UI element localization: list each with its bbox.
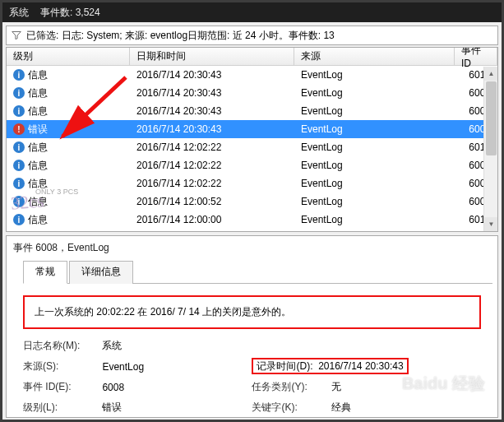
scroll-down-button[interactable]: ▼ bbox=[484, 217, 498, 231]
cell-datetime: 2016/7/14 12:02:22 bbox=[130, 178, 294, 189]
info-icon: i bbox=[13, 178, 25, 189]
cell-level: 信息 bbox=[28, 195, 48, 209]
lbl-source: 来源(S): bbox=[23, 356, 102, 377]
grid-header: 级别 日期和时间 来源 事件 ID bbox=[7, 48, 497, 66]
lbl-logname: 日志名称(M): bbox=[23, 336, 102, 356]
lbl-evtid: 事件 ID(E): bbox=[23, 377, 102, 397]
val-logname: 系统 bbox=[102, 336, 252, 356]
cell-level: 信息 bbox=[28, 141, 48, 155]
table-row[interactable]: i信息2016/7/14 20:30:43EventLog6013 bbox=[7, 66, 497, 84]
col-header-datetime[interactable]: 日期和时间 bbox=[130, 48, 294, 65]
cell-source: EventLog bbox=[294, 196, 455, 207]
val-level: 错误 bbox=[102, 397, 252, 418]
detail-header: 事件 6008，EventLog bbox=[13, 241, 492, 255]
info-icon: i bbox=[13, 87, 25, 99]
logged-highlight: 记录时间(D): 2016/7/14 20:30:43 bbox=[252, 358, 408, 374]
col-header-eventid[interactable]: 事件 ID bbox=[455, 48, 497, 65]
cell-source: EventLog bbox=[294, 123, 455, 135]
table-row[interactable]: i信息2016/7/14 11:55:38EventLog6013 bbox=[7, 229, 497, 232]
val-user: 暂缺 bbox=[102, 418, 252, 422]
cell-source: EventLog bbox=[294, 141, 455, 153]
cell-datetime: 2016/7/14 12:02:22 bbox=[130, 160, 294, 171]
cell-level: 错误 bbox=[28, 123, 48, 137]
scroll-thumb[interactable] bbox=[486, 81, 497, 155]
cell-datetime: 2016/7/14 20:30:43 bbox=[130, 69, 294, 81]
info-icon: i bbox=[13, 214, 25, 225]
cell-level: 信息 bbox=[28, 213, 48, 227]
cell-level: 信息 bbox=[28, 159, 48, 173]
table-row[interactable]: i信息2016/7/14 20:30:43EventLog6005 bbox=[7, 84, 497, 102]
info-icon: i bbox=[13, 105, 25, 117]
grid-body: i信息2016/7/14 20:30:43EventLog6013i信息2016… bbox=[7, 66, 497, 232]
val-computer: DESKTOP-J7SBGI4 bbox=[331, 418, 481, 422]
info-icon: i bbox=[13, 69, 25, 81]
lbl-computer: 计算机(R): bbox=[252, 418, 331, 422]
table-row[interactable]: !错误2016/7/14 20:30:43EventLog6008 bbox=[7, 120, 497, 138]
val-logged: 2016/7/14 20:30:43 bbox=[318, 360, 403, 372]
info-icon: i bbox=[13, 141, 25, 153]
window: 系统 事件数: 3,524 已筛选: 日志: System; 来源: event… bbox=[0, 0, 504, 422]
cell-source: EventLog bbox=[294, 69, 455, 81]
event-message: 上一次系统的 20:02:22 在 2016/ 7/ 14 上的关闭是意外的。 bbox=[23, 295, 481, 329]
tab-details[interactable]: 详细信息 bbox=[69, 261, 133, 284]
error-icon: ! bbox=[13, 123, 25, 135]
cell-source: EventLog bbox=[294, 87, 455, 99]
title-count: 事件数: 3,524 bbox=[40, 6, 100, 20]
cell-level: 信息 bbox=[28, 104, 48, 118]
filter-icon bbox=[12, 30, 21, 40]
val-taskcat: 无 bbox=[331, 377, 481, 397]
vertical-scrollbar[interactable]: ▲ ▼ bbox=[483, 67, 497, 231]
event-grid[interactable]: 级别 日期和时间 来源 事件 ID i信息2016/7/14 20:30:43E… bbox=[6, 47, 498, 232]
cell-datetime: 2016/7/14 20:30:43 bbox=[130, 123, 294, 135]
filter-text: 已筛选: 日志: System; 来源: eventlog日期范围: 近 24 … bbox=[26, 29, 335, 43]
table-row[interactable]: i信息2016/7/14 12:02:22EventLog6013 bbox=[7, 138, 497, 156]
lbl-taskcat: 任务类别(Y): bbox=[252, 377, 331, 397]
scroll-up-button[interactable]: ▲ bbox=[484, 67, 498, 81]
table-row[interactable]: i信息2016/7/14 12:00:52EventLog6006 bbox=[7, 192, 497, 211]
col-header-source[interactable]: 来源 bbox=[294, 48, 455, 65]
table-row[interactable]: i信息2016/7/14 12:00:00EventLog6013 bbox=[7, 211, 497, 229]
val-keywords: 经典 bbox=[331, 397, 481, 418]
info-icon: i bbox=[13, 160, 25, 171]
table-row[interactable]: i信息2016/7/14 20:30:43EventLog6009 bbox=[7, 102, 497, 120]
cell-source: EventLog bbox=[294, 214, 455, 225]
cell-datetime: 2016/7/14 12:02:22 bbox=[130, 141, 294, 153]
tab-general[interactable]: 常规 bbox=[23, 261, 67, 284]
cell-level: 信息 bbox=[28, 86, 48, 100]
titlebar: 系统 事件数: 3,524 bbox=[2, 2, 502, 22]
lbl-logged: 记录时间(D): bbox=[257, 360, 312, 372]
table-row[interactable]: i信息2016/7/14 12:02:22EventLog6009 bbox=[7, 174, 497, 192]
detail-tabs: 常规 详细信息 bbox=[23, 260, 492, 284]
cell-datetime: 2016/7/14 20:30:43 bbox=[130, 87, 294, 99]
cell-level: 信息 bbox=[28, 177, 48, 191]
val-source: EventLog bbox=[102, 356, 252, 377]
cell-level: 信息 bbox=[28, 231, 48, 233]
info-icon: i bbox=[13, 196, 25, 207]
lbl-keywords: 关键字(K): bbox=[252, 397, 331, 418]
cell-datetime: 2016/7/14 12:00:00 bbox=[130, 214, 294, 225]
lbl-user: 用户(U): bbox=[23, 418, 102, 422]
cell-source: EventLog bbox=[294, 160, 455, 171]
cell-datetime: 2016/7/14 20:30:43 bbox=[130, 105, 294, 117]
cell-level: 信息 bbox=[28, 68, 48, 82]
val-evtid: 6008 bbox=[102, 377, 252, 397]
cell-source: EventLog bbox=[294, 105, 455, 117]
table-row[interactable]: i信息2016/7/14 12:02:22EventLog6005 bbox=[7, 156, 497, 174]
col-header-level[interactable]: 级别 bbox=[7, 48, 130, 65]
cell-source: EventLog bbox=[294, 178, 455, 189]
cell-datetime: 2016/7/14 12:00:52 bbox=[130, 196, 294, 207]
lbl-level: 级别(L): bbox=[23, 397, 102, 418]
detail-pane: 事件 6008，EventLog 常规 详细信息 上一次系统的 20:02:22… bbox=[6, 235, 498, 418]
title-system: 系统 bbox=[9, 6, 29, 20]
event-properties: 日志名称(M): 系统 来源(S): EventLog 记录时间(D): 201… bbox=[23, 336, 481, 422]
filter-bar: 已筛选: 日志: System; 来源: eventlog日期范围: 近 24 … bbox=[6, 26, 498, 45]
